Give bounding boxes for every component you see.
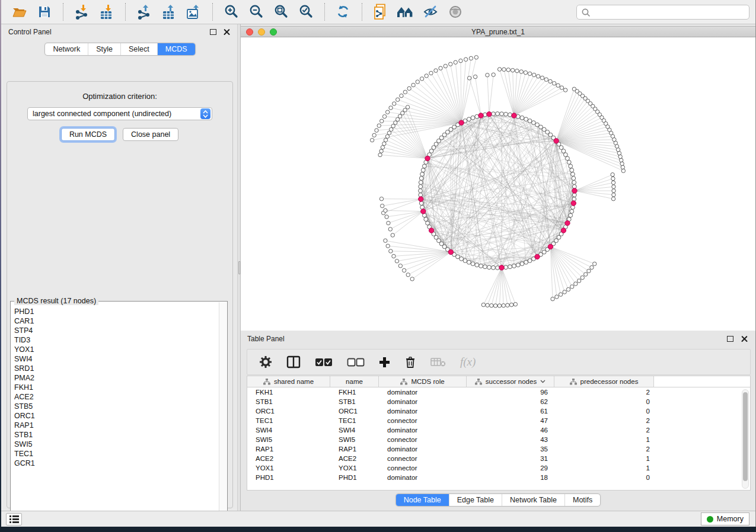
tab-motifs[interactable]: Motifs (564, 494, 600, 506)
network-node[interactable] (444, 64, 447, 68)
float-table-panel-icon[interactable] (727, 336, 733, 342)
mcds-node[interactable] (554, 139, 559, 143)
mcds-result-item[interactable]: GCR1 (14, 459, 218, 468)
network-node[interactable] (460, 257, 464, 261)
column-header-predecessor-nodes[interactable]: predecessor nodes (554, 376, 654, 387)
network-node[interactable] (471, 262, 475, 266)
network-node[interactable] (512, 264, 516, 268)
network-node[interactable] (562, 149, 566, 153)
network-node[interactable] (612, 193, 615, 197)
network-node[interactable] (389, 106, 393, 110)
mcds-result-item[interactable]: STP4 (14, 326, 218, 335)
network-node[interactable] (420, 77, 423, 81)
close-panel-icon[interactable] (224, 29, 230, 36)
network-node[interactable] (391, 124, 395, 128)
mcds-result-item[interactable]: ACE2 (14, 392, 218, 402)
network-node[interactable] (481, 303, 485, 306)
column-header-name[interactable]: name (330, 376, 379, 387)
network-node[interactable] (406, 273, 410, 277)
column-header-mcds-role[interactable]: MCDS role (379, 376, 467, 387)
network-node[interactable] (563, 153, 567, 157)
network-node[interactable] (504, 112, 508, 116)
network-node[interactable] (584, 273, 588, 276)
network-node[interactable] (531, 121, 535, 125)
save-session-icon[interactable] (34, 3, 55, 21)
network-node[interactable] (416, 80, 419, 84)
network-node[interactable] (572, 197, 576, 201)
table-row[interactable]: RAP1RAP1dominator352 (247, 444, 750, 454)
network-node[interactable] (519, 70, 523, 73)
network-node[interactable] (577, 279, 580, 283)
network-node[interactable] (560, 86, 563, 89)
network-node[interactable] (516, 263, 520, 267)
table-row[interactable]: ORC1ORC1dominator610 (247, 406, 750, 416)
zoom-out-icon[interactable] (246, 3, 266, 21)
mcds-node[interactable] (487, 112, 492, 117)
network-node[interactable] (496, 266, 500, 270)
network-node[interactable] (389, 249, 393, 253)
mcds-node[interactable] (479, 113, 483, 118)
network-node[interactable] (469, 56, 473, 60)
network-node[interactable] (559, 293, 562, 296)
add-column-icon[interactable] (379, 357, 390, 368)
mcds-node[interactable] (419, 197, 423, 201)
hide-selected-icon[interactable] (420, 3, 441, 21)
network-node[interactable] (570, 168, 574, 172)
mcds-result-item[interactable]: PHD1 (14, 307, 218, 316)
network-node[interactable] (385, 110, 389, 114)
network-node[interactable] (502, 304, 505, 307)
network-node[interactable] (400, 94, 403, 97)
network-node[interactable] (532, 73, 535, 76)
mcds-result-list[interactable]: PHD1CAR1STP4TID3YOX1SWI4SRD1PMA2FKH1ACE2… (14, 303, 218, 520)
network-node[interactable] (524, 70, 527, 74)
network-node[interactable] (387, 131, 391, 134)
network-node[interactable] (384, 239, 387, 242)
network-node[interactable] (384, 209, 387, 212)
network-node[interactable] (388, 227, 392, 231)
network-node[interactable] (587, 269, 591, 273)
network-node[interactable] (382, 114, 386, 118)
network-node[interactable] (572, 193, 576, 197)
network-node[interactable] (548, 79, 552, 83)
network-node[interactable] (620, 158, 623, 162)
close-table-panel-icon[interactable] (741, 336, 748, 342)
network-node[interactable] (593, 262, 596, 265)
network-node[interactable] (387, 221, 390, 225)
network-node[interactable] (379, 149, 383, 153)
network-node[interactable] (490, 304, 493, 307)
network-node[interactable] (467, 260, 471, 264)
mcds-node[interactable] (565, 220, 570, 225)
network-node[interactable] (556, 84, 560, 87)
zoom-fit-icon[interactable] (271, 3, 291, 21)
network-node[interactable] (439, 66, 442, 70)
network-node[interactable] (563, 88, 567, 92)
mcds-node[interactable] (535, 254, 540, 259)
table-scrollbar[interactable] (742, 389, 749, 489)
tab-select[interactable]: Select (120, 43, 157, 55)
tab-network-table[interactable]: Network Table (502, 494, 564, 506)
open-file-icon[interactable] (9, 3, 30, 21)
network-node[interactable] (424, 217, 428, 222)
network-node[interactable] (509, 303, 513, 306)
network-node[interactable] (520, 116, 524, 120)
table-row[interactable]: SWI5SWI5connector431 (247, 435, 750, 444)
network-node[interactable] (528, 72, 531, 75)
network-node[interactable] (520, 262, 524, 266)
refresh-layout-icon[interactable] (333, 3, 353, 21)
column-header-shared-name[interactable]: shared name (247, 376, 330, 387)
network-node[interactable] (402, 268, 406, 272)
table-row[interactable]: SWI4SWI4dominator462 (247, 425, 750, 435)
mcds-node[interactable] (572, 188, 577, 193)
mcds-result-item[interactable]: SWI4 (14, 354, 218, 364)
network-node[interactable] (390, 127, 393, 131)
mcds-node[interactable] (459, 120, 464, 125)
network-node[interactable] (419, 177, 423, 181)
network-node[interactable] (611, 177, 615, 180)
float-panel-icon[interactable] (210, 29, 216, 35)
mcds-node[interactable] (499, 265, 504, 270)
mcds-result-scrollbar[interactable] (219, 302, 227, 520)
search-box[interactable] (576, 5, 749, 20)
mcds-result-item[interactable]: STB5 (14, 402, 218, 411)
network-node[interactable] (497, 304, 501, 307)
network-node[interactable] (544, 78, 548, 81)
